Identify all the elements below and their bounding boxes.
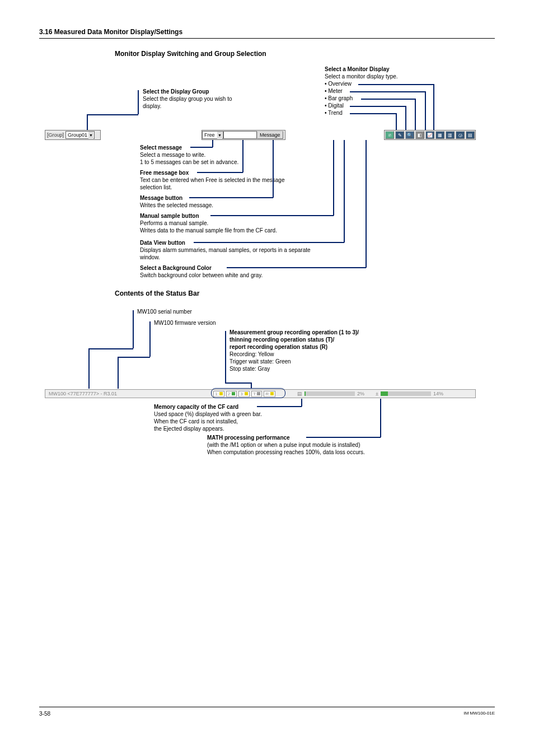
callout-title: Memory capacity of the CF card xyxy=(154,404,238,410)
callout-sub: Select the display group you wish to dis… xyxy=(143,95,243,110)
status-id: MW100 <77E777777> - R3.01 xyxy=(49,391,117,396)
callout-sub: Switch background color between white an… xyxy=(140,272,263,278)
digital-icon[interactable]: ▦ xyxy=(435,131,444,139)
trend-icon[interactable]: 📈 xyxy=(425,131,434,139)
magnify-icon[interactable]: 🔍 xyxy=(405,131,414,139)
group-toolbar: [Group] Group01 xyxy=(45,130,101,140)
callout-firmware: MW100 firmware version xyxy=(154,319,216,326)
callout-title: Select a Background Color xyxy=(140,265,212,271)
bargraph-icon[interactable]: ▥ xyxy=(446,131,455,139)
page-footer: 3-58 IM MW100-01E xyxy=(39,707,495,717)
page-number: 3-58 xyxy=(39,711,50,717)
math-icon: ± xyxy=(376,391,378,396)
callout-title: Measurement group recording operation (1… xyxy=(229,329,359,350)
callout-title: Data View button xyxy=(140,240,185,246)
callout-recording: Measurement group recording operation (1… xyxy=(229,329,409,372)
callout-sub: Writes the selected message. xyxy=(140,202,213,208)
callout-title: Select the Display Group xyxy=(143,88,243,95)
group-select[interactable]: Group01 xyxy=(65,131,95,139)
statusbar-diagram: MW100 serial number MW100 firmware versi… xyxy=(45,305,476,451)
callout-title: Free message box xyxy=(140,170,189,176)
manual-sample-icon[interactable]: ⎚ xyxy=(385,131,394,139)
icon-toolbar: ⎚ ✎ 🔍 ◧ 📈 ▦ ▥ ◶ ▤ xyxy=(384,130,476,140)
callout-sub: Text can be entered when Free is selecte… xyxy=(140,177,284,190)
data-view-icon[interactable]: ✎ xyxy=(395,131,404,139)
callout-bg-color: Select a Background Color Switch backgro… xyxy=(140,264,319,279)
message-select[interactable]: Free xyxy=(202,131,223,139)
callout-title: Manual sample button xyxy=(140,213,199,219)
heading-status-bar: Contents of the Status Bar xyxy=(115,290,495,297)
section-header: 3.16 Measured Data Monitor Display/Setti… xyxy=(39,28,495,39)
message-button[interactable]: Message xyxy=(257,131,283,139)
background-color-icon[interactable]: ◧ xyxy=(415,131,424,139)
callout-sub: Recording: Yellow Trigger wait state: Gr… xyxy=(229,351,291,372)
heading-monitor-switching: Monitor Display Switching and Group Sele… xyxy=(115,50,495,58)
callout-sub: Displays alarm summaries, manual samples… xyxy=(140,247,311,260)
callout-sub: Performs a manual sample. Writes data to… xyxy=(140,220,277,234)
cf-bar xyxy=(305,391,355,396)
cf-pct: 2% xyxy=(357,391,364,396)
callout-msg-btn: Message button Writes the selected messa… xyxy=(140,194,280,209)
callout-title: Select a Monitor Display xyxy=(325,66,437,73)
callout-title: Select message xyxy=(140,144,182,151)
math-bar xyxy=(381,391,431,396)
free-message-input[interactable] xyxy=(223,131,257,139)
callout-sub: Used space (%) displayed with a green ba… xyxy=(154,411,262,432)
doc-id: IM MW100-01E xyxy=(463,711,495,717)
callout-serial: MW100 serial number xyxy=(137,308,192,315)
monitor-diagram: Select a Monitor Display Select a monito… xyxy=(45,66,476,284)
math-pct: 14% xyxy=(433,391,443,396)
callout-display-group: Select the Display Group Select the disp… xyxy=(143,88,243,110)
callout-sub: Select a message to write. 1 to 5 messag… xyxy=(140,152,238,165)
callout-sub: (with the /M1 option or when a pulse inp… xyxy=(207,442,365,455)
callout-sub: Select a monitor display type. xyxy=(325,73,437,80)
callout-title: Message button xyxy=(140,195,182,201)
overview-icon[interactable]: ▤ xyxy=(466,131,475,139)
callout-title: MATH processing performance xyxy=(207,435,290,441)
cf-icon: ▤ xyxy=(297,391,302,396)
meter-icon[interactable]: ◶ xyxy=(456,131,465,139)
group-label: [Group] xyxy=(47,132,64,138)
message-toolbar: Free Message xyxy=(202,130,285,140)
callout-cf: Memory capacity of the CF card Used spac… xyxy=(154,403,311,432)
